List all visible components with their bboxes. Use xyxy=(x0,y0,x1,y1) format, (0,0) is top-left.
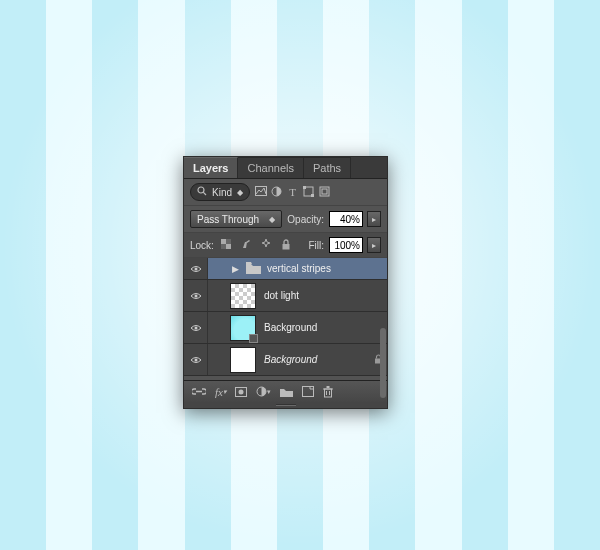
layer-dot-light[interactable]: dot light xyxy=(184,280,387,312)
eye-icon xyxy=(190,265,202,273)
visibility-toggle[interactable] xyxy=(184,280,208,311)
disclosure-triangle-icon[interactable]: ▶ xyxy=(230,264,240,274)
blend-row: Pass Through ◆ Opacity: 40% ▸ xyxy=(184,206,387,233)
filter-smartobject-icon[interactable] xyxy=(319,186,330,199)
dropdown-caret-icon: ◆ xyxy=(237,188,243,197)
svg-rect-8 xyxy=(322,189,327,194)
svg-point-17 xyxy=(194,358,197,361)
layer-thumbnail[interactable] xyxy=(230,315,256,341)
filter-row: Kind ◆ T xyxy=(184,179,387,206)
svg-rect-7 xyxy=(320,187,329,196)
layer-group-vertical-stripes[interactable]: ▶ vertical stripes xyxy=(184,258,387,280)
layer-name[interactable]: Background xyxy=(264,322,387,333)
svg-point-15 xyxy=(194,294,197,297)
filter-image-icon[interactable] xyxy=(255,186,266,198)
tab-paths[interactable]: Paths xyxy=(304,157,351,178)
svg-line-1 xyxy=(203,192,206,195)
svg-rect-23 xyxy=(325,389,332,397)
opacity-label: Opacity: xyxy=(287,214,324,225)
svg-rect-9 xyxy=(221,239,226,244)
layer-background-locked[interactable]: Background xyxy=(184,344,387,376)
layer-background-cyan[interactable]: Background xyxy=(184,312,387,344)
svg-rect-10 xyxy=(226,244,231,249)
filter-kind-dropdown[interactable]: Kind ◆ xyxy=(190,183,250,201)
filter-kind-label: Kind xyxy=(212,187,232,198)
folder-icon xyxy=(246,262,261,276)
opacity-input[interactable]: 40% xyxy=(329,211,363,227)
svg-rect-13 xyxy=(283,244,290,250)
delete-layer-icon[interactable] xyxy=(323,386,333,398)
svg-rect-12 xyxy=(221,244,226,249)
fill-label: Fill: xyxy=(308,240,324,251)
link-layers-icon[interactable] xyxy=(192,387,206,396)
lock-pixels-icon[interactable] xyxy=(239,239,254,252)
svg-point-20 xyxy=(239,389,244,394)
lock-label: Lock: xyxy=(190,240,214,251)
layer-thumbnail[interactable] xyxy=(230,283,256,309)
svg-point-14 xyxy=(194,267,197,270)
svg-rect-5 xyxy=(303,186,306,189)
blend-mode-dropdown[interactable]: Pass Through ◆ xyxy=(190,210,282,228)
layer-mask-icon[interactable] xyxy=(235,387,247,397)
filter-shape-icon[interactable] xyxy=(303,186,314,199)
new-layer-icon[interactable] xyxy=(302,386,314,397)
resize-grip[interactable] xyxy=(184,402,387,408)
filter-adjustment-icon[interactable] xyxy=(271,186,282,199)
lock-all-icon[interactable] xyxy=(279,239,294,252)
layer-name[interactable]: dot light xyxy=(264,290,387,301)
panel-footer: fx▾ ▾ xyxy=(184,380,387,402)
eye-icon xyxy=(190,356,202,364)
svg-rect-11 xyxy=(226,239,231,244)
visibility-toggle[interactable] xyxy=(184,312,208,343)
tab-layers[interactable]: Layers xyxy=(184,157,238,178)
layer-name[interactable]: vertical stripes xyxy=(267,263,387,274)
layer-style-icon[interactable]: fx▾ xyxy=(215,386,226,398)
eye-icon xyxy=(190,292,202,300)
adjustment-layer-icon[interactable]: ▾ xyxy=(256,386,271,397)
svg-point-0 xyxy=(198,187,204,193)
layer-list: ▶ vertical stripes dot light Background xyxy=(184,258,387,380)
visibility-toggle[interactable] xyxy=(184,344,208,375)
vector-mask-badge-icon xyxy=(249,334,258,343)
svg-rect-6 xyxy=(311,194,314,197)
opacity-flyout-button[interactable]: ▸ xyxy=(367,211,381,227)
layers-panel: Layers Channels Paths Kind ◆ T Pass Thro… xyxy=(183,156,388,409)
eye-icon xyxy=(190,324,202,332)
svg-point-16 xyxy=(194,326,197,329)
lock-row: Lock: Fill: 100% ▸ xyxy=(184,233,387,258)
panel-tabbar: Layers Channels Paths xyxy=(184,157,387,179)
fill-flyout-button[interactable]: ▸ xyxy=(367,237,381,253)
new-group-icon[interactable] xyxy=(280,387,293,397)
filter-type-icon[interactable]: T xyxy=(287,186,298,198)
visibility-toggle[interactable] xyxy=(184,258,208,279)
blend-mode-value: Pass Through xyxy=(197,214,259,225)
lock-transparency-icon[interactable] xyxy=(219,239,234,252)
tab-channels[interactable]: Channels xyxy=(238,157,303,178)
svg-rect-22 xyxy=(303,387,314,397)
fill-input[interactable]: 100% xyxy=(329,237,363,253)
scrollbar-thumb[interactable] xyxy=(380,328,386,398)
search-icon xyxy=(197,186,207,198)
layer-thumbnail[interactable] xyxy=(230,347,256,373)
lock-position-icon[interactable] xyxy=(259,238,274,252)
dropdown-caret-icon: ◆ xyxy=(269,215,275,224)
layer-name[interactable]: Background xyxy=(264,354,373,365)
